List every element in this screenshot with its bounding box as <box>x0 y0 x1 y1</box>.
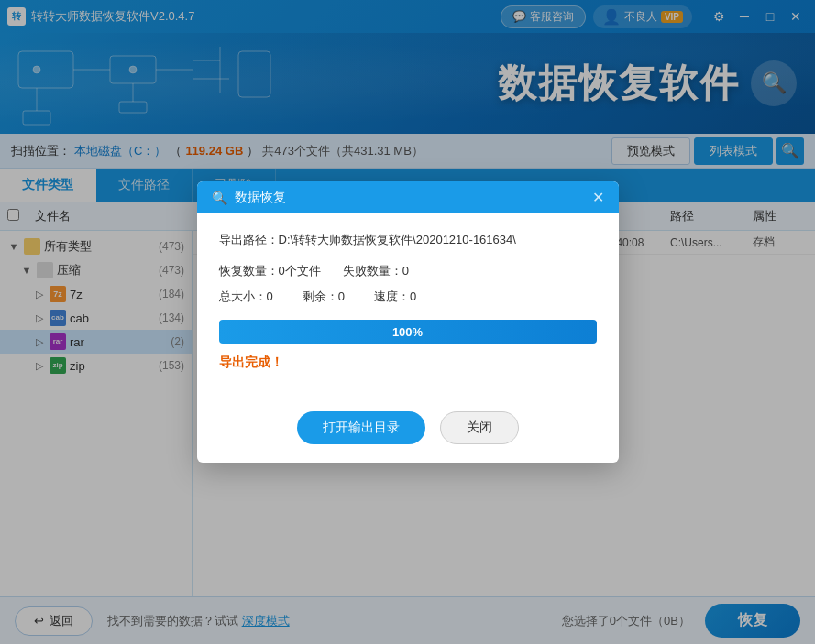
modal-remaining: 剩余：0 <box>303 289 345 305</box>
open-dir-button[interactable]: 打开输出目录 <box>297 411 425 444</box>
modal-total-size: 总大小：0 <box>219 289 273 305</box>
modal-info-row: 恢复数量：0个文件 失败数量：0 <box>219 263 597 279</box>
modal-close-button[interactable]: ✕ <box>592 189 604 206</box>
modal-close-btn[interactable]: 关闭 <box>440 411 519 444</box>
modal-body: 导出路径：D:\转转大师数据恢复软件\20201210-161634\ 恢复数量… <box>197 213 619 411</box>
modal-fail-count: 失败数量：0 <box>343 263 409 279</box>
modal-speed: 速度：0 <box>374 289 416 305</box>
progress-bar-fill: 100% <box>219 320 597 344</box>
modal-title: 数据恢复 <box>235 190 286 206</box>
complete-text: 导出完成！ <box>219 355 597 371</box>
progress-bar-background: 100% <box>219 320 597 344</box>
progress-label: 100% <box>392 325 423 339</box>
modal-title-area: 🔍 数据恢复 <box>212 190 286 206</box>
modal-overlay: 🔍 数据恢复 ✕ 导出路径：D:\转转大师数据恢复软件\20201210-161… <box>0 0 815 644</box>
modal-recovery-count: 恢复数量：0个文件 <box>219 263 321 279</box>
modal-stats-row: 总大小：0 剩余：0 速度：0 <box>219 289 597 305</box>
modal-header: 🔍 数据恢复 ✕ <box>197 181 619 213</box>
modal-export-path: 导出路径：D:\转转大师数据恢复软件\20201210-161634\ <box>219 232 597 248</box>
modal-search-icon: 🔍 <box>212 191 227 205</box>
data-recovery-modal: 🔍 数据恢复 ✕ 导出路径：D:\转转大师数据恢复软件\20201210-161… <box>197 181 619 463</box>
modal-footer: 打开输出目录 关闭 <box>197 411 619 463</box>
